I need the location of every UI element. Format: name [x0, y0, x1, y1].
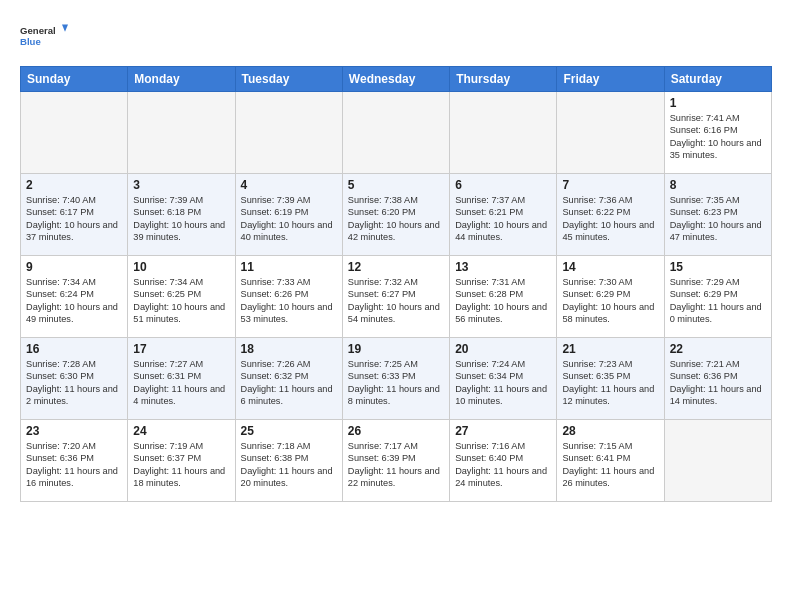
cell-0-6: 1Sunrise: 7:41 AM Sunset: 6:16 PM Daylig… — [664, 92, 771, 174]
cell-3-5: 21Sunrise: 7:23 AM Sunset: 6:35 PM Dayli… — [557, 338, 664, 420]
cell-4-1: 24Sunrise: 7:19 AM Sunset: 6:37 PM Dayli… — [128, 420, 235, 502]
header-sunday: Sunday — [21, 67, 128, 92]
day-number: 5 — [348, 178, 444, 192]
day-number: 19 — [348, 342, 444, 356]
header: General Blue — [20, 16, 772, 56]
svg-text:General: General — [20, 25, 56, 36]
day-info: Sunrise: 7:15 AM Sunset: 6:41 PM Dayligh… — [562, 440, 658, 490]
logo-svg: General Blue — [20, 16, 68, 56]
cell-4-4: 27Sunrise: 7:16 AM Sunset: 6:40 PM Dayli… — [450, 420, 557, 502]
calendar: SundayMondayTuesdayWednesdayThursdayFrid… — [20, 66, 772, 502]
day-info: Sunrise: 7:30 AM Sunset: 6:29 PM Dayligh… — [562, 276, 658, 326]
header-friday: Friday — [557, 67, 664, 92]
cell-3-0: 16Sunrise: 7:28 AM Sunset: 6:30 PM Dayli… — [21, 338, 128, 420]
day-info: Sunrise: 7:24 AM Sunset: 6:34 PM Dayligh… — [455, 358, 551, 408]
header-thursday: Thursday — [450, 67, 557, 92]
cell-3-6: 22Sunrise: 7:21 AM Sunset: 6:36 PM Dayli… — [664, 338, 771, 420]
day-info: Sunrise: 7:23 AM Sunset: 6:35 PM Dayligh… — [562, 358, 658, 408]
day-info: Sunrise: 7:36 AM Sunset: 6:22 PM Dayligh… — [562, 194, 658, 244]
cell-1-6: 8Sunrise: 7:35 AM Sunset: 6:23 PM Daylig… — [664, 174, 771, 256]
cell-3-2: 18Sunrise: 7:26 AM Sunset: 6:32 PM Dayli… — [235, 338, 342, 420]
cell-0-5 — [557, 92, 664, 174]
cell-4-5: 28Sunrise: 7:15 AM Sunset: 6:41 PM Dayli… — [557, 420, 664, 502]
cell-2-4: 13Sunrise: 7:31 AM Sunset: 6:28 PM Dayli… — [450, 256, 557, 338]
day-number: 23 — [26, 424, 122, 438]
day-number: 10 — [133, 260, 229, 274]
page: General Blue SundayMondayTuesdayWednesda… — [0, 0, 792, 612]
day-number: 18 — [241, 342, 337, 356]
day-info: Sunrise: 7:18 AM Sunset: 6:38 PM Dayligh… — [241, 440, 337, 490]
cell-4-3: 26Sunrise: 7:17 AM Sunset: 6:39 PM Dayli… — [342, 420, 449, 502]
cell-0-4 — [450, 92, 557, 174]
week-row-2: 2Sunrise: 7:40 AM Sunset: 6:17 PM Daylig… — [21, 174, 772, 256]
cell-2-6: 15Sunrise: 7:29 AM Sunset: 6:29 PM Dayli… — [664, 256, 771, 338]
cell-1-2: 4Sunrise: 7:39 AM Sunset: 6:19 PM Daylig… — [235, 174, 342, 256]
cell-2-3: 12Sunrise: 7:32 AM Sunset: 6:27 PM Dayli… — [342, 256, 449, 338]
day-number: 20 — [455, 342, 551, 356]
day-info: Sunrise: 7:16 AM Sunset: 6:40 PM Dayligh… — [455, 440, 551, 490]
day-info: Sunrise: 7:33 AM Sunset: 6:26 PM Dayligh… — [241, 276, 337, 326]
cell-4-0: 23Sunrise: 7:20 AM Sunset: 6:36 PM Dayli… — [21, 420, 128, 502]
day-number: 17 — [133, 342, 229, 356]
day-info: Sunrise: 7:19 AM Sunset: 6:37 PM Dayligh… — [133, 440, 229, 490]
day-info: Sunrise: 7:26 AM Sunset: 6:32 PM Dayligh… — [241, 358, 337, 408]
header-saturday: Saturday — [664, 67, 771, 92]
header-tuesday: Tuesday — [235, 67, 342, 92]
cell-0-3 — [342, 92, 449, 174]
week-row-3: 9Sunrise: 7:34 AM Sunset: 6:24 PM Daylig… — [21, 256, 772, 338]
day-number: 14 — [562, 260, 658, 274]
svg-marker-2 — [62, 25, 68, 32]
cell-2-2: 11Sunrise: 7:33 AM Sunset: 6:26 PM Dayli… — [235, 256, 342, 338]
cell-1-5: 7Sunrise: 7:36 AM Sunset: 6:22 PM Daylig… — [557, 174, 664, 256]
day-info: Sunrise: 7:27 AM Sunset: 6:31 PM Dayligh… — [133, 358, 229, 408]
cell-1-4: 6Sunrise: 7:37 AM Sunset: 6:21 PM Daylig… — [450, 174, 557, 256]
day-number: 7 — [562, 178, 658, 192]
logo: General Blue — [20, 16, 68, 56]
day-info: Sunrise: 7:31 AM Sunset: 6:28 PM Dayligh… — [455, 276, 551, 326]
day-number: 6 — [455, 178, 551, 192]
cell-2-0: 9Sunrise: 7:34 AM Sunset: 6:24 PM Daylig… — [21, 256, 128, 338]
day-info: Sunrise: 7:32 AM Sunset: 6:27 PM Dayligh… — [348, 276, 444, 326]
header-monday: Monday — [128, 67, 235, 92]
day-info: Sunrise: 7:29 AM Sunset: 6:29 PM Dayligh… — [670, 276, 766, 326]
day-number: 2 — [26, 178, 122, 192]
cell-0-2 — [235, 92, 342, 174]
day-number: 22 — [670, 342, 766, 356]
header-wednesday: Wednesday — [342, 67, 449, 92]
cell-4-6 — [664, 420, 771, 502]
week-row-1: 1Sunrise: 7:41 AM Sunset: 6:16 PM Daylig… — [21, 92, 772, 174]
day-info: Sunrise: 7:40 AM Sunset: 6:17 PM Dayligh… — [26, 194, 122, 244]
day-info: Sunrise: 7:34 AM Sunset: 6:25 PM Dayligh… — [133, 276, 229, 326]
cell-1-3: 5Sunrise: 7:38 AM Sunset: 6:20 PM Daylig… — [342, 174, 449, 256]
day-number: 11 — [241, 260, 337, 274]
calendar-header-row: SundayMondayTuesdayWednesdayThursdayFrid… — [21, 67, 772, 92]
week-row-4: 16Sunrise: 7:28 AM Sunset: 6:30 PM Dayli… — [21, 338, 772, 420]
cell-1-0: 2Sunrise: 7:40 AM Sunset: 6:17 PM Daylig… — [21, 174, 128, 256]
day-info: Sunrise: 7:34 AM Sunset: 6:24 PM Dayligh… — [26, 276, 122, 326]
svg-text:Blue: Blue — [20, 36, 41, 47]
day-number: 16 — [26, 342, 122, 356]
cell-0-0 — [21, 92, 128, 174]
day-info: Sunrise: 7:25 AM Sunset: 6:33 PM Dayligh… — [348, 358, 444, 408]
day-number: 1 — [670, 96, 766, 110]
day-number: 27 — [455, 424, 551, 438]
day-number: 13 — [455, 260, 551, 274]
cell-2-5: 14Sunrise: 7:30 AM Sunset: 6:29 PM Dayli… — [557, 256, 664, 338]
day-info: Sunrise: 7:20 AM Sunset: 6:36 PM Dayligh… — [26, 440, 122, 490]
day-number: 15 — [670, 260, 766, 274]
day-number: 28 — [562, 424, 658, 438]
day-info: Sunrise: 7:38 AM Sunset: 6:20 PM Dayligh… — [348, 194, 444, 244]
day-number: 21 — [562, 342, 658, 356]
day-number: 25 — [241, 424, 337, 438]
day-number: 12 — [348, 260, 444, 274]
day-number: 26 — [348, 424, 444, 438]
day-number: 3 — [133, 178, 229, 192]
day-info: Sunrise: 7:41 AM Sunset: 6:16 PM Dayligh… — [670, 112, 766, 162]
day-info: Sunrise: 7:39 AM Sunset: 6:19 PM Dayligh… — [241, 194, 337, 244]
cell-3-4: 20Sunrise: 7:24 AM Sunset: 6:34 PM Dayli… — [450, 338, 557, 420]
day-number: 24 — [133, 424, 229, 438]
day-number: 9 — [26, 260, 122, 274]
cell-3-1: 17Sunrise: 7:27 AM Sunset: 6:31 PM Dayli… — [128, 338, 235, 420]
day-info: Sunrise: 7:39 AM Sunset: 6:18 PM Dayligh… — [133, 194, 229, 244]
cell-0-1 — [128, 92, 235, 174]
